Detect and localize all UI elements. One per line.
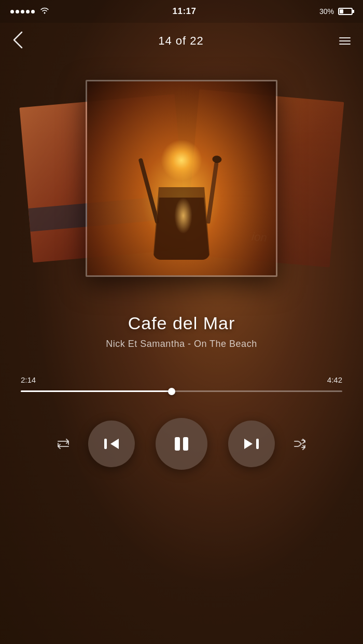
battery-fill	[340, 9, 343, 13]
svg-marker-0	[110, 439, 119, 449]
album-section: ion	[0, 59, 363, 298]
progress-thumb[interactable]	[168, 388, 175, 395]
svg-marker-4	[244, 439, 253, 449]
status-time: 11:17	[172, 6, 196, 17]
time-total: 4:42	[327, 375, 342, 384]
shuffle-button[interactable]	[284, 437, 315, 451]
straw-left	[138, 158, 159, 224]
prev-button[interactable]	[88, 421, 135, 467]
glass-illustration	[140, 156, 223, 260]
time-current: 2:14	[21, 375, 36, 384]
album-art	[87, 81, 276, 275]
svg-rect-2	[175, 437, 180, 451]
status-right: 30%	[319, 7, 353, 16]
glass-highlight	[174, 198, 192, 234]
nav-bar: 14 of 22	[0, 23, 363, 59]
back-button[interactable]	[12, 31, 23, 51]
glass-body	[153, 187, 210, 260]
progress-times: 2:14 4:42	[21, 375, 342, 384]
repeat-button[interactable]	[48, 437, 79, 451]
progress-fill	[21, 390, 172, 392]
album-cover[interactable]	[86, 80, 277, 277]
progress-bar[interactable]	[21, 390, 342, 392]
song-artist: Nick Et Samantha - On The Beach	[10, 339, 353, 349]
pause-button[interactable]	[156, 418, 207, 470]
svg-rect-5	[256, 439, 259, 449]
battery-icon	[338, 8, 353, 15]
straw-right	[206, 162, 219, 224]
song-title: Cafe del Mar	[10, 313, 353, 333]
next-button[interactable]	[228, 421, 275, 467]
status-bar: 11:17 30%	[0, 0, 363, 23]
status-left	[10, 7, 49, 16]
bottom-space	[0, 480, 363, 522]
svg-rect-3	[183, 437, 188, 451]
signal-icon	[10, 10, 35, 13]
song-info: Cafe del Mar Nick Et Samantha - On The B…	[0, 298, 363, 360]
battery-percentage: 30%	[319, 7, 334, 16]
menu-button[interactable]	[339, 37, 351, 45]
wifi-icon	[40, 7, 49, 16]
progress-section: 2:14 4:42	[0, 360, 363, 397]
nav-title: 14 of 22	[158, 34, 204, 48]
svg-rect-1	[104, 439, 107, 449]
controls-section	[0, 397, 363, 480]
